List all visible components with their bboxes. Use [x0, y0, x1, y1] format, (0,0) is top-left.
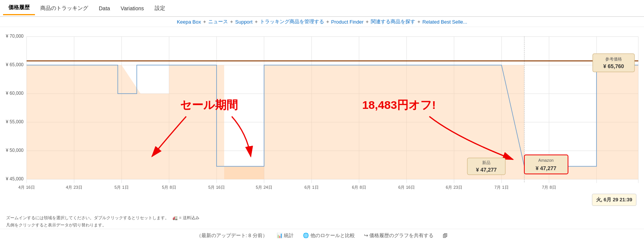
compare-button[interactable]: 🌐 他のロケールと比較 [303, 232, 355, 239]
nav-tracking-manage[interactable]: トラッキング商品を管理する [260, 18, 324, 25]
nav-sep3: ✦ [254, 19, 258, 25]
svg-marker-31 [224, 166, 264, 179]
share-button[interactable]: ↪ 価格履歴のグラフを共有する [364, 232, 434, 239]
nav-sep2: ✦ [229, 19, 234, 25]
tab-variations[interactable]: Variations [116, 2, 149, 14]
svg-text:6月 16日: 6月 16日 [398, 185, 415, 190]
header-tabs: 価格履歴 商品のトラッキング Data Variations 設定 [0, 0, 644, 17]
copy-button[interactable]: 🗐 [443, 233, 448, 239]
nav-sep4: ✦ [326, 19, 330, 25]
svg-text:¥ 65,000: ¥ 65,000 [5, 62, 24, 67]
shipping-note: = 送料込み [179, 215, 199, 220]
nav-product-finder[interactable]: Product Finder [331, 19, 364, 25]
update-info: （最新のアップデート: 8 分前） [196, 232, 267, 239]
chart-svg[interactable]: ¥ 70,000 ¥ 65,000 ¥ 60,000 ¥ 55,000 ¥ 50… [0, 27, 644, 214]
svg-text:5月 8日: 5月 8日 [162, 185, 176, 190]
nav-bar: Keepa Box ✦ ニュース ✦ Support ✦ トラッキング商品を管理… [0, 17, 644, 27]
tab-data[interactable]: Data [93, 2, 116, 14]
svg-text:4月 16日: 4月 16日 [18, 185, 35, 190]
svg-text:6月 23日: 6月 23日 [446, 185, 462, 190]
svg-text:参考価格: 参考価格 [605, 57, 622, 61]
chart-container: ¥ 70,000 ¥ 65,000 ¥ 60,000 ¥ 55,000 ¥ 50… [0, 27, 644, 214]
svg-text:4月 23日: 4月 23日 [66, 185, 82, 190]
nav-related-best-seller[interactable]: Related Best Selle... [422, 19, 467, 25]
globe-icon: 🌐 [303, 233, 309, 238]
svg-text:5月 24日: 5月 24日 [256, 185, 272, 190]
svg-marker-32 [264, 65, 312, 179]
nav-support[interactable]: Support [235, 19, 253, 25]
svg-text:¥ 60,000: ¥ 60,000 [5, 91, 24, 96]
stats-button[interactable]: 📊 統計 [277, 232, 294, 239]
zoom-hint: ズームインするには領域を選択してください。ダブルクリックするとリセットします。 [6, 215, 169, 220]
share-icon: ↪ [364, 233, 368, 238]
svg-text:5月 1日: 5月 1日 [114, 185, 128, 190]
nav-sep1: ✦ [203, 19, 207, 25]
svg-text:¥ 47,277: ¥ 47,277 [476, 167, 497, 173]
truck-icon: 🚛 [172, 215, 178, 220]
svg-text:¥ 45,000: ¥ 45,000 [5, 176, 24, 182]
svg-text:7月 1日: 7月 1日 [494, 185, 508, 190]
bottom-bar: （最新のアップデート: 8 分前） 📊 統計 🌐 他のロケールと比較 ↪ 価格履… [0, 229, 644, 242]
tab-price-history[interactable]: 価格履歴 [3, 1, 35, 15]
svg-text:¥ 50,000: ¥ 50,000 [5, 148, 24, 153]
nav-related-search[interactable]: 関連する商品を探す [371, 18, 415, 25]
svg-text:18,483円オフ!: 18,483円オフ! [362, 99, 436, 111]
svg-text:セール期間: セール期間 [180, 99, 238, 111]
svg-text:5月 16日: 5月 16日 [208, 185, 225, 190]
svg-marker-35 [597, 65, 638, 179]
svg-text:¥ 65,760: ¥ 65,760 [603, 63, 624, 69]
svg-text:Amazon: Amazon [538, 158, 554, 163]
svg-marker-29 [169, 65, 217, 179]
tab-settings[interactable]: 設定 [149, 2, 171, 15]
svg-text:¥ 55,000: ¥ 55,000 [5, 119, 24, 124]
nav-keepa-box[interactable]: Keepa Box [177, 19, 201, 25]
nav-sep5: ✦ [365, 19, 369, 25]
nav-sep6: ✦ [417, 19, 421, 25]
svg-text:¥ 47,277: ¥ 47,277 [536, 165, 557, 171]
bar-chart-icon: 📊 [277, 233, 283, 238]
svg-text:6月 8日: 6月 8日 [352, 185, 366, 190]
svg-text:7月 8日: 7月 8日 [542, 185, 556, 190]
legend-hint: 凡例をクリックすると表示データが切り替わります。 [0, 222, 644, 229]
svg-text:6月 1日: 6月 1日 [304, 185, 318, 190]
nav-news[interactable]: ニュース [208, 18, 228, 25]
chart-footer: ズームインするには領域を選択してください。ダブルクリックするとリセットします。 … [0, 214, 644, 222]
svg-marker-27 [27, 65, 118, 179]
svg-text:¥ 70,000: ¥ 70,000 [5, 33, 24, 39]
tab-tracking[interactable]: 商品のトラッキング [35, 2, 93, 15]
svg-text:新品: 新品 [482, 160, 491, 165]
